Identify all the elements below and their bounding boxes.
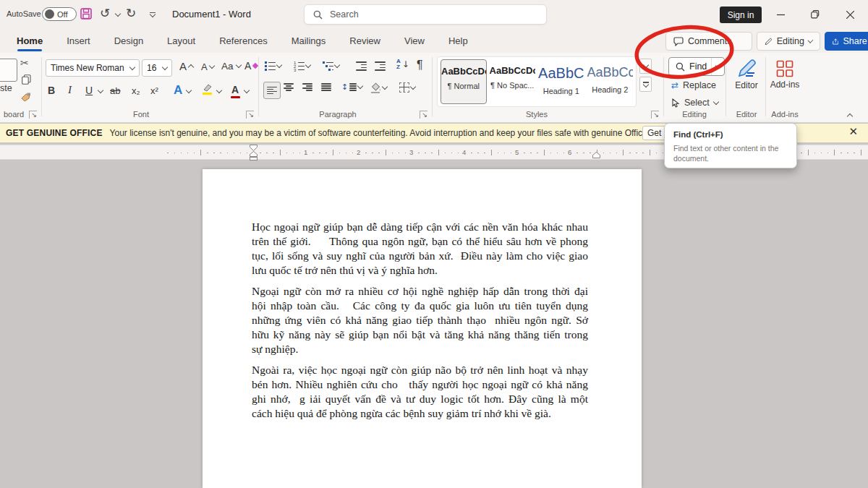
tab-references[interactable]: References (217, 29, 269, 53)
tab-help[interactable]: Help (446, 29, 470, 53)
ruler-tick (861, 150, 861, 155)
autosave-toggle[interactable]: Off (42, 7, 77, 21)
font-size-select[interactable]: 16 (142, 59, 172, 77)
style-preview: AaBbCc (587, 65, 634, 80)
restore-button[interactable] (803, 4, 827, 25)
ruler-tick (603, 153, 605, 154)
banner-close-icon[interactable]: ✕ (848, 125, 858, 138)
tab-mailings[interactable]: Mailings (289, 29, 328, 53)
highlight-button[interactable] (201, 83, 213, 95)
text-effects-button[interactable]: A (174, 83, 182, 98)
underline-dropdown-icon[interactable] (98, 87, 103, 93)
ruler-tick (181, 153, 182, 154)
italic-button[interactable]: I (68, 84, 72, 96)
paste-label-partial[interactable]: ste (0, 83, 12, 93)
shrink-font-button[interactable]: A (201, 61, 214, 72)
sort-button[interactable]: AZ ↓ (396, 59, 409, 70)
ruler-tick (312, 153, 314, 154)
change-case-button[interactable]: Aa (221, 61, 241, 72)
styles-scroll-down-button[interactable] (639, 59, 652, 74)
save-button[interactable] (80, 7, 93, 20)
tab-review[interactable]: Review (347, 29, 383, 53)
editor-pencil-icon (736, 59, 757, 79)
align-left-button[interactable] (263, 82, 281, 99)
tab-insert[interactable]: Insert (64, 29, 93, 53)
collapse-ribbon-button[interactable] (847, 114, 853, 119)
strikethrough-button[interactable]: ab (110, 85, 120, 96)
font-color-dropdown-icon[interactable] (244, 87, 250, 93)
style-label: Heading 1 (538, 87, 584, 95)
paragraph-3[interactable]: Ngoài ra, việc học ngoại ngữ còn giúp nã… (252, 363, 588, 421)
font-name-select[interactable]: Times New Roman (46, 59, 140, 77)
select-button[interactable]: Select (671, 98, 718, 108)
increase-indent-button[interactable] (375, 61, 386, 71)
right-indent-marker[interactable] (592, 152, 600, 158)
bold-button[interactable]: B (48, 85, 55, 96)
font-dialog-launcher[interactable]: ↘ (246, 111, 254, 119)
shading-button[interactable] (370, 82, 387, 93)
bullets-button[interactable] (265, 61, 281, 71)
paragraph-dialog-launcher[interactable]: ↘ (420, 111, 427, 119)
grow-font-button[interactable]: A (179, 60, 193, 72)
ruler-tick (266, 153, 268, 154)
editing-mode-button[interactable]: Editing (757, 32, 820, 51)
align-right-button[interactable] (302, 83, 312, 91)
ruler-tick (405, 153, 407, 154)
share-button[interactable]: Share (825, 32, 868, 51)
sign-in-button[interactable]: Sign in (720, 7, 762, 23)
font-color-button[interactable]: A (231, 84, 239, 95)
find-dropdown-button[interactable] (711, 58, 724, 75)
undo-button[interactable]: ↺ (100, 6, 110, 20)
find-button-main[interactable]: Find (669, 61, 711, 72)
hanging-indent-marker[interactable] (250, 151, 258, 160)
clear-formatting-button[interactable]: A (244, 60, 258, 72)
tab-home[interactable]: Home (14, 29, 45, 53)
style-heading-1[interactable]: AaBbCHeading 1 (538, 59, 584, 104)
underline-button[interactable]: U (85, 85, 93, 96)
style-heading-2[interactable]: AaBbCcHeading 2 (587, 59, 634, 104)
show-marks-button[interactable]: ¶ (417, 59, 423, 72)
banner-title: GET GENUINE OFFICE (6, 128, 103, 138)
copy-button[interactable] (22, 74, 31, 85)
align-center-button[interactable] (284, 83, 294, 91)
cut-button[interactable]: ✂ (20, 57, 29, 69)
undo-dropdown-icon[interactable] (115, 11, 121, 17)
replace-button[interactable]: ⇄ Replace (671, 80, 716, 90)
search-input[interactable]: Search (304, 4, 547, 25)
add-ins-button[interactable]: Add-ins (768, 60, 801, 90)
ruler-tick (234, 153, 235, 154)
style-no-spac[interactable]: AaBbCcDc¶ No Spac... (490, 59, 536, 104)
tab-view[interactable]: View (402, 29, 427, 53)
subscript-button[interactable]: x₂ (132, 85, 140, 96)
multilevel-list-button[interactable] (323, 61, 339, 71)
borders-button[interactable] (399, 82, 415, 93)
chevron-down-icon (713, 98, 719, 104)
style-normal[interactable]: AaBbCcDc¶ Normal (441, 59, 487, 104)
clipboard-dialog-launcher[interactable]: ↘ (29, 111, 37, 119)
paste-icon[interactable] (0, 59, 17, 82)
superscript-button[interactable]: x² (150, 85, 158, 96)
format-painter-button[interactable] (20, 93, 31, 103)
find-button[interactable]: Find (668, 57, 725, 76)
decrease-indent-button[interactable] (356, 61, 367, 71)
group-divider (432, 57, 433, 116)
first-line-indent-marker[interactable] (250, 145, 258, 151)
minimize-button[interactable] (768, 4, 793, 25)
text-effects-dropdown-icon[interactable] (186, 87, 192, 93)
tab-design[interactable]: Design (112, 29, 145, 53)
paragraph-2[interactable]: Ngoại ngữ còn mở ra nhiều cơ hội nghề ng… (252, 284, 588, 356)
ruler-tick (484, 153, 485, 154)
numbering-button[interactable]: 123 (294, 61, 310, 71)
editor-button[interactable]: Editor (732, 59, 761, 90)
customize-quick-access-button[interactable] (145, 7, 161, 22)
highlight-dropdown-icon[interactable] (216, 87, 222, 93)
paragraph-1[interactable]: Học ngoại ngữ giúp bạn dễ dàng tiếp cận … (252, 220, 588, 278)
line-spacing-button[interactable]: ↕ (341, 82, 362, 92)
tab-layout[interactable]: Layout (165, 29, 197, 53)
comments-button[interactable]: Comments (665, 32, 752, 51)
document-page[interactable]: Học ngoại ngữ giúp bạn dễ dàng tiếp cận … (203, 169, 642, 488)
styles-more-button[interactable] (639, 77, 652, 92)
justify-button[interactable] (321, 83, 331, 91)
redo-button[interactable]: ↻ (126, 6, 136, 20)
close-button[interactable] (838, 4, 862, 25)
